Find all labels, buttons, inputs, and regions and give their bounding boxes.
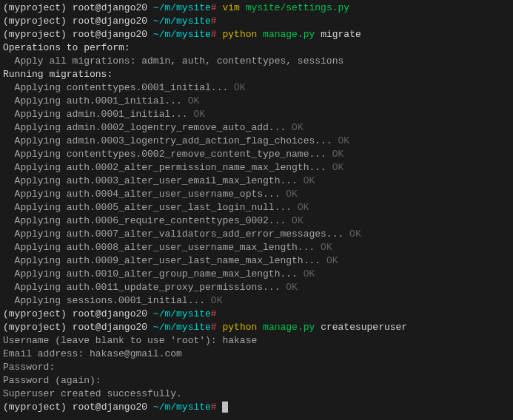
migration-line: Applying auth.0001_initial... OK xyxy=(3,95,510,108)
command-text: python xyxy=(222,322,257,333)
output-line: Superuser created successfully. xyxy=(3,387,510,401)
migration-line: Applying contenttypes.0001_initial... OK xyxy=(3,81,510,95)
migration-line: Applying admin.0003_logentry_add_action_… xyxy=(3,135,510,148)
output-line: Username (leave blank to use 'root'): ha… xyxy=(3,334,510,348)
output-line: Operations to perform: xyxy=(3,41,510,55)
migration-line: Applying auth.0008_alter_user_username_m… xyxy=(3,241,510,254)
migration-line: Applying admin.0001_initial... OK xyxy=(3,108,510,121)
prompt-line: (myproject) root@django20 ~/m/mysite# py… xyxy=(3,321,510,334)
migration-line: Applying auth.0003_alter_user_email_max_… xyxy=(3,175,510,188)
migration-line: Applying auth.0004_alter_user_username_o… xyxy=(3,188,510,201)
terminal-output: (myproject) root@django20 ~/m/mysite# vi… xyxy=(3,1,510,414)
output-line: Running migrations: xyxy=(3,68,510,81)
prompt-line: (myproject) root@django20 ~/m/mysite# xyxy=(3,308,510,321)
migration-line: Applying auth.0007_alter_validators_add_… xyxy=(3,228,510,241)
prompt-line: (myproject) root@django20 ~/m/mysite# xyxy=(3,15,510,28)
migration-line: Applying sessions.0001_initial... OK xyxy=(3,294,510,308)
command-arg: migrate xyxy=(321,29,361,40)
cursor-icon xyxy=(222,402,228,413)
migration-line: Applying auth.0006_require_contenttypes_… xyxy=(3,214,510,228)
migration-line: Applying contenttypes.0002_remove_conten… xyxy=(3,148,510,161)
command-text: python xyxy=(222,29,257,40)
migration-line: Applying auth.0011_update_proxy_permissi… xyxy=(3,281,510,294)
output-line: Password (again): xyxy=(3,374,510,387)
migration-line: Applying auth.0009_alter_user_last_name_… xyxy=(3,254,510,268)
command-text: vim xyxy=(222,2,239,13)
migration-line: Applying auth.0002_alter_permission_name… xyxy=(3,161,510,175)
output-line: Apply all migrations: admin, auth, conte… xyxy=(3,55,510,68)
command-arg: mysite/settings.py xyxy=(246,2,349,13)
prompt-line: (myproject) root@django20 ~/m/mysite# py… xyxy=(3,28,510,41)
command-arg: createsuperuser xyxy=(321,322,407,333)
command-arg: manage.py xyxy=(263,29,315,40)
output-line: Password: xyxy=(3,361,510,374)
command-arg: manage.py xyxy=(263,322,315,333)
migration-line: Applying admin.0002_logentry_remove_auto… xyxy=(3,121,510,135)
output-line: Email address: hakase@gmail.com xyxy=(3,348,510,361)
migration-line: Applying auth.0010_alter_group_name_max_… xyxy=(3,268,510,281)
prompt-line: (myproject) root@django20 ~/m/mysite# vi… xyxy=(3,1,510,15)
migration-line: Applying auth.0005_alter_user_last_login… xyxy=(3,201,510,214)
prompt-line-active[interactable]: (myproject) root@django20 ~/m/mysite# xyxy=(3,401,510,414)
